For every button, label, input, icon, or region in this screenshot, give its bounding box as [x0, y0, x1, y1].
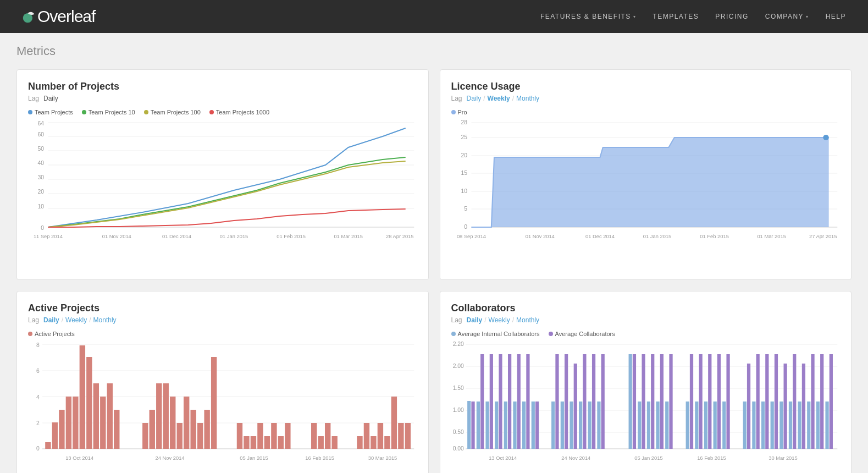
svg-rect-64	[93, 383, 99, 449]
nav-templates[interactable]: TEMPLATES	[653, 13, 699, 20]
svg-rect-61	[73, 397, 78, 449]
svg-rect-132	[551, 402, 555, 449]
svg-rect-138	[579, 402, 582, 449]
svg-text:15: 15	[461, 170, 467, 176]
svg-rect-166	[752, 402, 755, 449]
svg-rect-77	[204, 410, 209, 449]
legend-label-internal: Average Internal Collaborators	[458, 331, 540, 337]
licence-weekly[interactable]: Weekly	[488, 95, 510, 102]
legend-dot-tp100	[144, 110, 148, 114]
svg-text:01 Nov 2014: 01 Nov 2014	[102, 234, 131, 239]
svg-rect-146	[638, 402, 641, 449]
active-monthly[interactable]: Monthly	[93, 316, 117, 324]
collaborators-card: Collaborators Lag Daily / Weekly / Month…	[440, 291, 852, 473]
svg-rect-79	[237, 423, 242, 449]
active-weekly[interactable]: Weekly	[65, 316, 87, 324]
svg-text:30: 30	[38, 174, 45, 180]
svg-rect-63	[86, 357, 92, 449]
collab-daily[interactable]: Daily	[467, 316, 483, 324]
projects-subtitle: Lag Daily	[28, 95, 417, 102]
active-projects-legend: Active Projects	[28, 331, 417, 337]
svg-rect-65	[100, 397, 106, 449]
projects-lag: Lag	[28, 95, 39, 102]
legend-dot-tp	[28, 110, 32, 114]
svg-rect-117	[471, 402, 474, 449]
svg-rect-158	[704, 402, 707, 449]
nav-features[interactable]: FEATURES & BENEFITS ▾	[540, 13, 636, 20]
svg-rect-95	[384, 436, 390, 449]
svg-rect-72	[170, 397, 175, 449]
nav-help[interactable]: HELP	[826, 13, 846, 20]
svg-rect-118	[476, 402, 479, 449]
projects-period: Daily	[43, 95, 58, 102]
svg-rect-145	[632, 354, 635, 449]
svg-rect-151	[660, 354, 663, 449]
svg-rect-60	[66, 397, 71, 449]
svg-rect-123	[499, 354, 502, 449]
legend-pro: Pro	[451, 109, 467, 116]
svg-text:10: 10	[461, 188, 467, 194]
svg-text:1.50: 1.50	[452, 385, 464, 391]
svg-rect-97	[398, 423, 403, 449]
legend-label-tp1000: Team Projects 1000	[216, 109, 269, 116]
legend-label-collab: Average Collaborators	[555, 331, 615, 337]
svg-rect-85	[278, 436, 284, 449]
legend-tp1000: Team Projects 1000	[209, 109, 269, 116]
active-projects-chart: 8 6 4 2 0	[28, 342, 417, 473]
svg-rect-73	[177, 423, 183, 449]
svg-text:05 Jan 2015: 05 Jan 2015	[240, 455, 268, 461]
svg-text:01 Feb 2015: 01 Feb 2015	[277, 234, 306, 239]
svg-rect-160	[713, 402, 716, 449]
svg-rect-83	[264, 436, 270, 449]
svg-rect-62	[80, 345, 85, 449]
svg-rect-153	[669, 354, 672, 449]
collab-weekly[interactable]: Weekly	[489, 316, 510, 324]
svg-rect-80	[244, 436, 249, 449]
svg-rect-78	[211, 357, 217, 449]
licence-daily[interactable]: Daily	[467, 95, 482, 102]
svg-text:11 Sep 2014: 11 Sep 2014	[34, 234, 63, 239]
brand-logo[interactable]: Overleaf	[22, 7, 95, 26]
svg-rect-94	[378, 423, 383, 449]
projects-chart: 64 60 50 40 30 20 10 0	[28, 120, 417, 268]
svg-text:20: 20	[461, 152, 467, 158]
svg-rect-130	[531, 402, 534, 449]
collaborators-title: Collaborators	[451, 302, 841, 314]
svg-rect-71	[163, 383, 169, 449]
legend-dot-pro	[451, 110, 456, 114]
svg-rect-125	[508, 354, 511, 449]
collab-monthly[interactable]: Monthly	[516, 316, 539, 324]
svg-rect-137	[573, 364, 577, 449]
svg-text:16 Feb 2015: 16 Feb 2015	[305, 455, 334, 461]
features-arrow: ▾	[633, 14, 637, 19]
svg-rect-177	[801, 364, 805, 449]
svg-text:0.50: 0.50	[452, 429, 464, 435]
projects-card: Number of Projects Lag Daily Team Projec…	[16, 69, 429, 280]
active-daily[interactable]: Daily	[43, 316, 59, 324]
svg-text:2: 2	[36, 420, 40, 426]
svg-rect-147	[642, 354, 645, 449]
legend-dot-tp1000	[209, 110, 214, 114]
nav-pricing[interactable]: PRICING	[715, 13, 749, 20]
svg-rect-161	[717, 354, 720, 449]
svg-rect-128	[522, 402, 526, 449]
svg-rect-180	[816, 402, 819, 449]
svg-rect-96	[391, 397, 397, 449]
licence-monthly[interactable]: Monthly	[516, 95, 539, 102]
nav-company[interactable]: COMPANY ▾	[765, 13, 809, 20]
legend-label-tp100: Team Projects 100	[151, 109, 201, 116]
svg-rect-75	[190, 410, 196, 449]
svg-text:08 Sep 2014: 08 Sep 2014	[456, 234, 485, 239]
svg-rect-150	[656, 402, 659, 449]
svg-text:30 Mar 2015: 30 Mar 2015	[368, 455, 397, 461]
svg-text:20: 20	[38, 189, 45, 195]
svg-text:0: 0	[464, 224, 467, 230]
svg-rect-81	[251, 436, 256, 449]
svg-rect-152	[665, 402, 668, 449]
svg-text:40: 40	[38, 160, 45, 166]
licence-legend: Pro	[451, 109, 841, 116]
svg-rect-134	[560, 402, 563, 449]
legend-label-active: Active Projects	[35, 331, 75, 337]
legend-dot-internal	[451, 332, 456, 336]
svg-text:01 Mar 2015: 01 Mar 2015	[757, 234, 786, 239]
